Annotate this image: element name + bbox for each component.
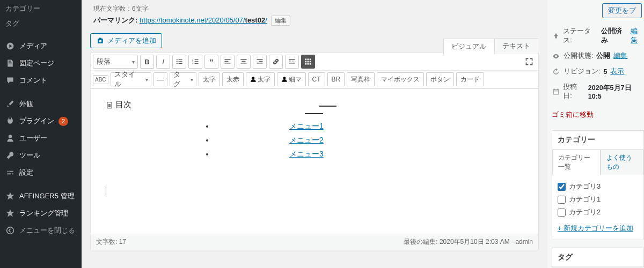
star-icon — [5, 191, 15, 201]
person-icon — [250, 76, 257, 83]
toc-link[interactable]: メニュー2 — [289, 136, 324, 145]
svg-point-3 — [177, 61, 178, 62]
align-right-button[interactable] — [253, 55, 267, 69]
svg-point-0 — [7, 227, 14, 234]
sidebar-item-tools[interactable]: ツール — [0, 147, 82, 164]
tb-btn-6[interactable]: 写真枠 — [347, 72, 375, 86]
add-media-button[interactable]: メディアを追加 — [90, 33, 162, 48]
category-tab-all[interactable]: カテゴリー一覧 — [552, 150, 601, 175]
tb-btn-4[interactable]: CT — [308, 72, 325, 86]
category-tab-popular[interactable]: よく使うもの — [601, 150, 643, 175]
align-center-button[interactable] — [237, 55, 251, 69]
status-value: 公開済み — [601, 27, 627, 45]
trash-link[interactable]: ゴミ箱に移動 — [552, 107, 594, 123]
star-icon — [5, 209, 15, 218]
sidebar-label: メディア — [19, 41, 47, 51]
toc-link[interactable]: メニュー1 — [289, 122, 324, 131]
sidebar-item-pages[interactable]: 固定ページ — [0, 55, 82, 72]
calendar-icon — [552, 88, 560, 95]
settings-icon — [5, 168, 15, 177]
revision-link[interactable]: 表示 — [610, 67, 624, 76]
editor-content[interactable]: 目次 メニュー1 メニュー2 メニュー3 — [91, 89, 538, 234]
align-left-button[interactable] — [221, 55, 235, 69]
tb-btn-8[interactable]: ボタン — [426, 72, 454, 86]
category-checkbox[interactable] — [558, 183, 566, 191]
tb-btn-3[interactable]: 細マ — [277, 72, 306, 86]
sidebar-label: 固定ページ — [19, 58, 54, 68]
tb-btn-5[interactable]: BR — [327, 72, 345, 86]
style-select[interactable]: スタイル — [111, 72, 151, 86]
sidebar-item-plugins[interactable]: プラグイン 2 — [0, 113, 82, 130]
tag-select[interactable]: タグ — [170, 72, 196, 86]
tb-btn-0[interactable]: 太字 — [199, 72, 220, 86]
revision-value: 5 — [603, 68, 607, 76]
svg-point-35 — [283, 77, 286, 79]
tb-btn-2[interactable]: 太字 — [246, 72, 275, 86]
category-checkbox[interactable] — [558, 209, 566, 217]
link-button[interactable] — [269, 55, 283, 69]
editor-tab-text[interactable]: テキスト — [494, 38, 538, 54]
toolbar-toggle-button[interactable] — [301, 55, 315, 69]
tb-btn-9[interactable]: カード — [456, 72, 484, 86]
permalink-edit-button[interactable]: 編集 — [271, 16, 290, 26]
category-checkbox-row[interactable]: カテゴリ2 — [558, 206, 638, 219]
sidebar-label: ランキング管理 — [19, 209, 68, 218]
abc-button[interactable]: ABC — [93, 75, 108, 84]
svg-rect-29 — [308, 61, 309, 63]
visibility-value: 公開 — [596, 51, 610, 61]
sidebar-item-comments[interactable]: コメント — [0, 72, 82, 89]
sidebar-label: ツール — [19, 151, 40, 160]
status-label: ステータス: — [563, 27, 598, 45]
sidebar-item-affinger[interactable]: AFFINGER5 管理 — [0, 188, 82, 205]
fullscreen-icon[interactable] — [523, 56, 535, 68]
format-select[interactable]: 段落 — [93, 55, 138, 69]
tb-btn-1[interactable]: 太赤 — [222, 72, 244, 86]
revision-icon — [552, 68, 560, 76]
permalink-url[interactable]: https://tomokinote.net/2020/05/07/test02… — [140, 16, 267, 24]
plugin-icon — [5, 116, 15, 126]
svg-rect-36 — [553, 90, 559, 94]
user-icon — [5, 133, 15, 143]
ollist-button[interactable]: 123 — [188, 55, 202, 69]
svg-rect-25 — [305, 58, 306, 60]
svg-text:3: 3 — [192, 62, 194, 65]
sidebar-collapse[interactable]: メニューを閉じる — [0, 222, 82, 239]
quote-button[interactable]: " — [204, 55, 218, 69]
sidebar-item-settings[interactable]: 設定 — [0, 164, 82, 181]
svg-rect-30 — [310, 61, 311, 63]
ullist-button[interactable] — [172, 55, 186, 69]
publish-button[interactable]: 変更をプ — [602, 3, 642, 18]
hr-button[interactable]: — — [153, 72, 167, 86]
svg-rect-22 — [289, 59, 295, 59]
sidebar-sub-categories[interactable]: カテゴリー — [0, 1, 82, 16]
toc-title: 目次 — [106, 100, 522, 110]
text-cursor — [106, 186, 522, 196]
category-checkbox-row[interactable]: カテゴリ3 — [558, 180, 638, 193]
svg-point-34 — [252, 77, 254, 79]
editor: ビジュアル テキスト 段落 B I 123 " — [90, 53, 539, 250]
camera-icon — [96, 36, 105, 45]
page-icon — [5, 58, 15, 68]
category-checkbox-row[interactable]: カテゴリ1 — [558, 193, 638, 206]
more-button[interactable] — [285, 55, 299, 69]
sidebar-sub-tags[interactable]: タグ — [0, 16, 82, 31]
status-edit[interactable]: 編集 — [631, 27, 644, 45]
tb-btn-7[interactable]: マイボックス — [377, 72, 424, 86]
sidebar-item-appearance[interactable]: 外観 — [0, 95, 82, 113]
italic-button[interactable]: I — [156, 55, 170, 69]
category-checkbox[interactable] — [558, 196, 566, 204]
plugin-update-badge: 2 — [58, 117, 68, 126]
bold-button[interactable]: B — [140, 55, 154, 69]
add-category-link[interactable]: + 新規カテゴリーを追加 — [552, 224, 643, 240]
visibility-label: 公開状態: — [564, 51, 593, 61]
footer-char-count: 文字数: 17 — [96, 237, 126, 247]
svg-rect-26 — [308, 58, 309, 60]
sidebar-item-media[interactable]: メディア — [0, 38, 82, 55]
editor-toolbar-2: ABC スタイル — タグ 太字 太赤 太字 細マ CT BR 写真枠 マイボッ… — [91, 71, 538, 88]
visibility-edit[interactable]: 編集 — [613, 51, 627, 61]
sidebar-item-ranking[interactable]: ランキング管理 — [0, 205, 82, 222]
toc-link[interactable]: メニュー3 — [289, 150, 324, 159]
svg-rect-8 — [195, 59, 199, 60]
editor-tab-visual[interactable]: ビジュアル — [443, 39, 494, 55]
sidebar-item-users[interactable]: ユーザー — [0, 130, 82, 147]
